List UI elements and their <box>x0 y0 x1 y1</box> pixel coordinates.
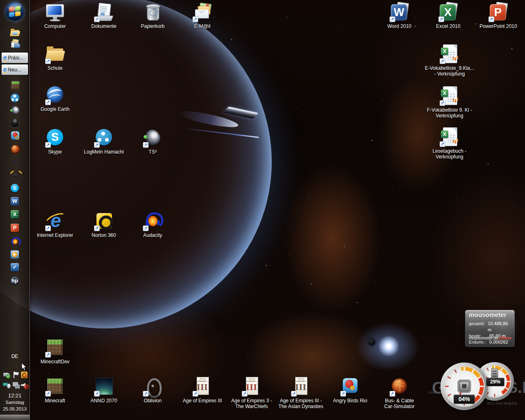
desktop-icon-computer[interactable]: Computer <box>30 2 80 29</box>
desktop-icon-schule[interactable]: ↗ Schule <box>30 44 80 71</box>
shortcut-arrow-icon: ↗ <box>143 142 149 148</box>
desktop-icon-word-2010[interactable]: W↗ Word 2010 <box>375 2 424 29</box>
ie-icon: e <box>3 66 7 73</box>
excel-document-icon: X↗ <box>440 127 459 147</box>
hamachi-icon: ↗ <box>94 128 114 148</box>
taskbar-window-praesi[interactable]: e Präsi... <box>1 52 28 63</box>
angry-birds-rio-taskbar-icon[interactable] <box>10 131 20 141</box>
ram-usage-value: 29% <box>486 378 504 386</box>
skype-taskbar-icon[interactable]: S <box>10 184 19 193</box>
mousometer-link[interactable]: mousometer.de offline › <box>469 335 512 345</box>
shortcut-arrow-icon: ↗ <box>193 16 198 22</box>
samurai-helmet-taskbar-icon[interactable] <box>10 170 20 180</box>
shortcut-arrow-icon: ↗ <box>438 16 444 22</box>
desktop-icon-aoe3-warchiefs[interactable]: AGE of EMPIRESIII↗ Age of Empires 3 -The… <box>227 377 276 409</box>
bus-cable-car-icon: ↗ <box>390 377 409 397</box>
shortcut-arrow-icon: ↗ <box>45 391 51 397</box>
input-devices-tray-icon[interactable] <box>3 381 10 389</box>
shortcut-arrow-icon: ↗ <box>390 16 395 22</box>
desktop-icon-norton-360[interactable]: ↗ Norton 360 <box>79 211 128 238</box>
action-center-flag-icon[interactable] <box>12 371 20 379</box>
desktop-icon-email[interactable]: ↗ E-M@il <box>178 2 227 29</box>
excel-icon: X↗ <box>438 2 458 22</box>
aoe3-cover-icon: AGE of EMPIRESIII↗ <box>193 377 212 397</box>
desktop-icon-internet-explorer[interactable]: e↗ Internet Explorer <box>30 211 80 238</box>
desktop-icon-google-earth[interactable]: ↗ Google Earth <box>30 85 80 112</box>
desktop-icon-f-vokabelliste[interactable]: X↗ F-Vokabelliste 9. Kl -Verknüpfung <box>420 86 479 119</box>
skype-icon: S↗ <box>45 128 65 148</box>
shortcut-arrow-icon: ↗ <box>440 100 445 106</box>
shortcut-arrow-icon: ↗ <box>45 142 51 148</box>
desktop-icon-e-vokabelliste[interactable]: X↗ E-Vokabelliste_9.Kla...- Verknüpfung <box>420 44 479 77</box>
checkmark-tool-taskbar-icon[interactable]: ✓ <box>10 263 19 272</box>
audacity-taskbar-icon[interactable] <box>10 237 20 247</box>
recycle-bin-icon <box>143 2 163 22</box>
desktop-icon-skype[interactable]: S↗ Skype <box>30 128 80 155</box>
desktop-icon-minecraftdev[interactable]: ↗ MinecraftDev <box>30 338 80 365</box>
hp-tool-taskbar-icon[interactable]: hp <box>10 276 19 285</box>
word-icon: W↗ <box>390 2 409 22</box>
desktop-icon-bus-cable-car-simulator[interactable]: ↗ Bus- & CableCar-Simulator <box>375 377 424 409</box>
computer-icon <box>45 2 65 22</box>
bus-cable-car-taskbar-icon[interactable] <box>10 144 20 154</box>
shortcut-arrow-icon: ↗ <box>242 391 248 397</box>
taskbar-window-neu[interactable]: e Neu... <box>1 64 28 75</box>
desktop-icon-logmein-hamachi[interactable]: ↗ LogMeIn Hamachi <box>79 128 128 155</box>
documents-icon: ↗ <box>94 2 114 22</box>
network-tray-icon[interactable] <box>12 381 20 389</box>
audacity-icon: ↗ <box>143 211 163 231</box>
explorer-folder-icon[interactable] <box>10 27 20 37</box>
volume-muted-tray-icon[interactable] <box>21 381 28 389</box>
desktop-icon-papierkorb[interactable]: Papierkorb <box>128 2 177 29</box>
desktop-icon-dokumente[interactable]: ↗ Dokumente <box>79 2 128 29</box>
clock-time: 12:21 <box>0 392 30 399</box>
folder-icon: ↗ <box>45 44 65 64</box>
language-indicator[interactable]: DE <box>0 353 30 359</box>
desktop-icon-age-of-empires-3[interactable]: AGE of EMPIRESIII↗ Age of Empires III <box>178 377 227 404</box>
reaper-game-taskbar-icon[interactable] <box>10 118 20 128</box>
powerpoint-taskbar-icon[interactable]: P <box>10 223 19 232</box>
desktop-icon-audacity[interactable]: ↗ Audacity <box>128 211 177 238</box>
teamspeak-taskbar-icon[interactable] <box>10 106 20 115</box>
desktop-icon-powerpoint-2010[interactable]: P↗ PowerPoint 2010 <box>474 2 523 29</box>
shortcut-arrow-icon: ↗ <box>94 142 100 148</box>
desktop-icon-lesetagebuch[interactable]: X↗ Lesetagebuch -Verknüpfung <box>420 127 479 160</box>
show-desktop-button[interactable] <box>0 415 30 420</box>
shortcut-arrow-icon: ↗ <box>291 391 297 397</box>
aoe3-warchiefs-cover-icon: AGE of EMPIRESIII↗ <box>242 377 261 397</box>
desktop-icon-angry-birds-rio[interactable]: ↗ Angry Birds Rio <box>326 377 375 404</box>
mouse-cursor <box>21 363 27 373</box>
media-player-taskbar-icon[interactable]: ▶ <box>10 250 20 260</box>
desktop-icon-anno-2070[interactable]: ↗ ANNO 2070 <box>79 377 128 404</box>
taskbar: e Präsi... e Neu... S W X P ▶ ✓ hp DE ✓ … <box>0 0 30 420</box>
desktop-icon-minecraft[interactable]: ↗ Minecraft <box>30 377 80 404</box>
minecraft-icon: ↗ <box>45 377 65 397</box>
mousometer-title-reflection: mousometer <box>469 317 511 320</box>
live-mail-icon[interactable] <box>10 39 20 48</box>
mail-icon: ↗ <box>193 2 212 22</box>
desktop-icon-excel-2010[interactable]: X↗ Excel 2010 <box>424 2 473 29</box>
shortcut-arrow-icon: ↗ <box>94 225 100 231</box>
desktop-icon-oblivion[interactable]: ↗ Oblivion <box>128 377 177 404</box>
word-taskbar-icon[interactable]: W <box>10 197 19 206</box>
excel-taskbar-icon[interactable]: X <box>10 210 19 219</box>
desktop-icon-teamspeak[interactable]: ↗ TS³ <box>128 128 177 155</box>
minecraft-taskbar-icon[interactable] <box>11 81 21 91</box>
minecraft-icon: ↗ <box>45 338 65 358</box>
shortcut-arrow-icon: ↗ <box>94 391 100 397</box>
start-button[interactable] <box>5 2 24 21</box>
shortcut-arrow-icon: ↗ <box>45 225 51 231</box>
hamachi-taskbar-icon[interactable] <box>10 93 20 103</box>
desktop-icon-aoe3-asian-dynasties[interactable]: AGE of EMPIRESIII↗ Age of Empires III -T… <box>276 377 326 409</box>
shortcut-arrow-icon: ↗ <box>488 16 494 22</box>
shortcut-arrow-icon: ↗ <box>143 225 149 231</box>
cpu-usage-value: 04% <box>454 395 475 404</box>
usb-tray-icon[interactable]: ✓ <box>3 371 10 379</box>
norton-icon: ↗ <box>94 211 114 231</box>
taskbar-clock[interactable]: 12:21 Samstag 25.05.2013 <box>0 392 30 412</box>
excel-document-icon: X↗ <box>440 86 459 106</box>
moonlet-art <box>368 339 375 346</box>
mousometer-widget[interactable]: mousometer mousometer gesamt:10.488,86 m… <box>465 310 515 347</box>
shortcut-arrow-icon: ↗ <box>193 391 198 397</box>
eagle-game-taskbar-icon[interactable] <box>10 158 20 168</box>
